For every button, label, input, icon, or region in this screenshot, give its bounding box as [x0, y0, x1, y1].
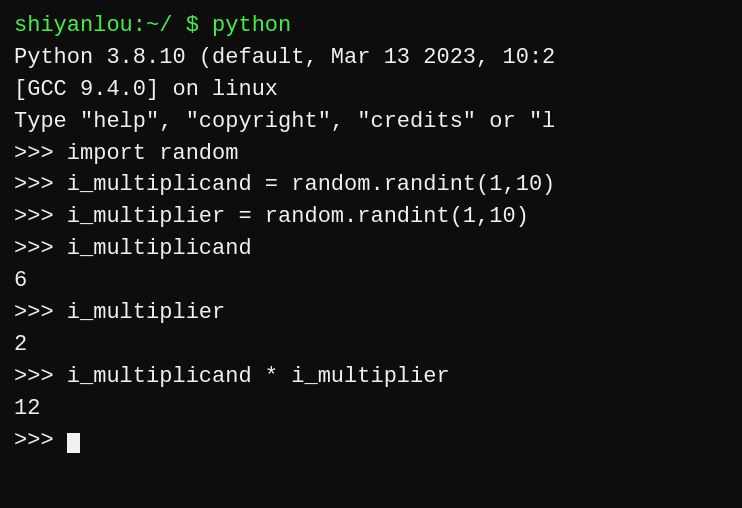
import-line: >>> import random — [14, 138, 728, 170]
multiplicand-eval-line: >>> i_multiplicand — [14, 233, 728, 265]
terminal-window: shiyanlou:~/ $ python Python 3.8.10 (def… — [0, 0, 742, 508]
multiplier-value-line: 2 — [14, 329, 728, 361]
final-prompt-line: >>> — [14, 425, 728, 457]
multiplicand-value-line: 6 — [14, 265, 728, 297]
python-version-line: Python 3.8.10 (default, Mar 13 2023, 10:… — [14, 42, 728, 74]
type-line: Type "help", "copyright", "credits" or "… — [14, 106, 728, 138]
multiply-eval-line: >>> i_multiplicand * i_multiplier — [14, 361, 728, 393]
cursor — [67, 433, 80, 453]
gcc-line: [GCC 9.4.0] on linux — [14, 74, 728, 106]
final-prompt-text: >>> — [14, 428, 67, 453]
multiplicand-assign-line: >>> i_multiplicand = random.randint(1,10… — [14, 169, 728, 201]
python-command: python — [212, 13, 291, 38]
multiplier-eval-line: >>> i_multiplier — [14, 297, 728, 329]
multiply-result-line: 12 — [14, 393, 728, 425]
prompt-line: shiyanlou:~/ $ python — [14, 10, 728, 42]
multiplier-assign-line: >>> i_multiplier = random.randint(1,10) — [14, 201, 728, 233]
prompt-prefix: shiyanlou:~/ $ — [14, 13, 212, 38]
